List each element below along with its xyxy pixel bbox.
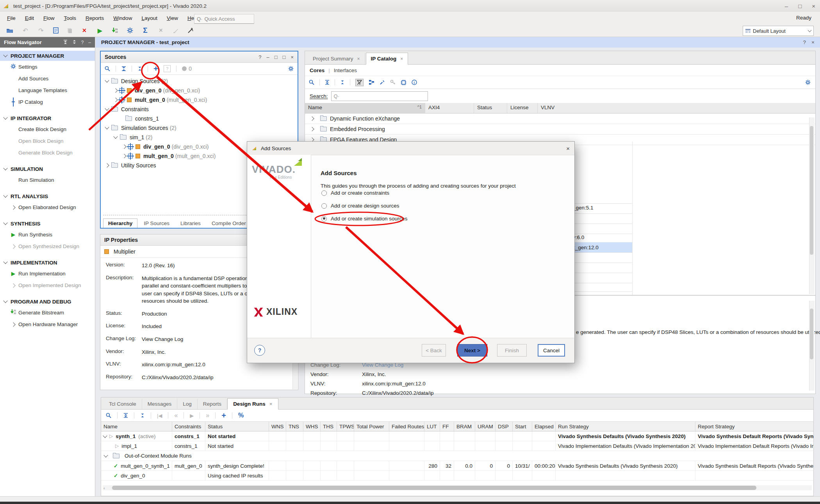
column-header[interactable]: URAM	[475, 422, 496, 431]
collapse-all-icon[interactable]	[123, 413, 128, 418]
catalog-row-embedded[interactable]: Embedded Processing	[305, 124, 815, 135]
sidebar-item-open-elaborated-design[interactable]: Open Elaborated Design	[0, 201, 95, 213]
column-header[interactable]: Run Strategy	[556, 422, 695, 431]
tab-design-runs[interactable]: Design Runs ×	[227, 398, 278, 410]
quick-access-search[interactable]: Q· Quick Access	[194, 14, 254, 24]
tree-item-div-gen-0[interactable]: div_gen_0 (div_gen_0.xci)	[101, 86, 298, 95]
column-header[interactable]: Total Power	[354, 422, 389, 431]
search-icon[interactable]	[309, 80, 314, 85]
tab-libraries[interactable]: Libraries	[176, 219, 205, 228]
column-header[interactable]: Start	[513, 422, 532, 431]
collapse-all-icon[interactable]	[63, 40, 68, 44]
close-icon[interactable]: ×	[357, 56, 360, 62]
percent-icon[interactable]: %	[238, 412, 244, 419]
tree-item-simulation-sources[interactable]: Simulation Sources (2)	[101, 123, 298, 133]
catalog-row-dfx[interactable]: Dynamic Function eXchange	[305, 114, 815, 124]
close-icon[interactable]: ×	[566, 145, 570, 152]
column-header[interactable]: Name	[101, 422, 172, 431]
close-icon[interactable]: ×	[811, 39, 815, 45]
back-button[interactable]: < Back	[422, 344, 446, 357]
table-row-synth-1[interactable]: ▷synth_1 (active) constrs_1 Not started …	[101, 431, 813, 441]
sidebar-item-project-manager[interactable]: PROJECT MANAGER	[0, 51, 95, 61]
column-header[interactable]: TPWS	[337, 422, 354, 431]
radio-icon[interactable]	[321, 203, 327, 209]
sidebar-item-add-sources[interactable]: Add Sources	[0, 73, 95, 84]
table-row-ooc-group[interactable]: Out-of-Context Module Runs	[101, 451, 813, 461]
filter-toggle[interactable]	[355, 79, 364, 86]
scrollbar-thumb[interactable]	[112, 486, 756, 490]
search-input[interactable]: Q·	[331, 91, 428, 101]
column-header[interactable]: Status	[205, 422, 269, 431]
tree-item-sim-1[interactable]: sim_1 (2)	[101, 133, 298, 142]
dialog-help-button[interactable]: ?	[254, 345, 265, 356]
scroll-left-icon[interactable]: ‹	[103, 486, 105, 490]
undo-icon[interactable]: ↶	[22, 27, 29, 34]
tab-log[interactable]: Log	[177, 399, 198, 409]
sidebar-item-open-implemented-design[interactable]: Open Implemented Design	[0, 279, 95, 291]
column-name[interactable]: Name^1	[305, 103, 425, 113]
sidebar-item-simulation[interactable]: SIMULATION	[0, 164, 95, 174]
scrollbar-horizontal[interactable]: ‹	[103, 485, 812, 490]
scrollbar-thumb[interactable]	[810, 309, 813, 359]
column-axi4[interactable]: AXI4	[425, 103, 474, 113]
sidebar-item-implementation[interactable]: IMPLEMENTATION	[0, 257, 95, 268]
scrollbar-vertical[interactable]	[809, 117, 815, 294]
radio-icon[interactable]	[321, 190, 327, 196]
open-folder-icon[interactable]	[6, 28, 13, 33]
maximize-icon[interactable]: □	[275, 54, 278, 60]
chip-icon[interactable]	[401, 80, 406, 85]
sidebar-item-run-implementation[interactable]: ▶ Run Implementation	[0, 268, 95, 279]
group-hierarchy-icon[interactable]	[369, 80, 374, 85]
sidebar-item-ip-catalog[interactable]: IP Catalog	[0, 96, 95, 108]
add-run-button[interactable]: +	[221, 411, 226, 420]
close-icon[interactable]: ×	[269, 401, 273, 407]
window-maximize-button[interactable]: □	[798, 3, 802, 9]
window-minimize-button[interactable]: –	[785, 3, 788, 9]
cancel-button[interactable]: Cancel	[538, 344, 565, 357]
expand-all-icon[interactable]	[72, 40, 77, 44]
minimize-icon[interactable]: –	[266, 54, 269, 60]
layout-selector[interactable]: Default Layout	[743, 26, 814, 36]
info-icon[interactable]: i	[412, 80, 417, 85]
scrollbar-vertical[interactable]	[809, 301, 815, 390]
radio-selected-icon[interactable]	[321, 216, 327, 222]
tree-item-constrs-1[interactable]: constrs_1	[101, 114, 298, 123]
minimize-panel-icon[interactable]: –	[88, 40, 91, 45]
column-header[interactable]: WNS	[269, 422, 286, 431]
help-icon[interactable]: ?	[803, 39, 806, 45]
sidebar-item-run-simulation[interactable]: Run Simulation	[0, 174, 95, 186]
subtab-cores[interactable]: Cores	[310, 67, 324, 73]
sidebar-item-open-block-design[interactable]: Open Block Design	[0, 135, 95, 147]
menu-window[interactable]: Window	[109, 14, 137, 23]
help-icon[interactable]: ?	[258, 54, 261, 60]
menu-layout[interactable]: Layout	[137, 14, 162, 23]
probe-wand-icon[interactable]	[187, 28, 194, 34]
column-header[interactable]: Report Strategy	[695, 422, 813, 431]
column-header[interactable]: Constraints	[172, 422, 205, 431]
wrench-icon[interactable]	[380, 80, 385, 85]
tab-reports[interactable]: Reports	[198, 399, 227, 409]
search-icon[interactable]	[106, 413, 111, 418]
option-add-constraints[interactable]: Add or create constraints	[321, 190, 389, 196]
sources-panel-header[interactable]: Sources ? – □ □ ×	[101, 51, 298, 63]
run-icon[interactable]: ▶	[96, 27, 103, 34]
expand-all-icon[interactable]	[140, 413, 145, 418]
sidebar-item-synthesis[interactable]: SYNTHESIS	[0, 218, 95, 229]
save-icon[interactable]	[53, 27, 59, 34]
tree-item-design-sources[interactable]: Design Sources (2)	[101, 76, 298, 86]
menu-flow[interactable]: Flow	[39, 14, 59, 23]
tab-ip-catalog[interactable]: IP Catalog ×	[366, 53, 408, 65]
column-header[interactable]: FF	[440, 422, 454, 431]
column-license[interactable]: License	[507, 103, 538, 113]
expand-all-icon[interactable]	[137, 66, 142, 71]
sidebar-item-rtl-analysis[interactable]: RTL ANALYSIS	[0, 191, 95, 201]
column-header[interactable]: Elapsed	[532, 422, 556, 431]
sigma-report-icon[interactable]: Σ	[142, 26, 149, 35]
sidebar-item-create-block-design[interactable]: Create Block Design	[0, 123, 95, 135]
collapse-all-icon[interactable]	[121, 66, 126, 71]
sidebar-item-open-synthesized-design[interactable]: Open Synthesized Design	[0, 240, 95, 252]
sidebar-item-ip-integrator[interactable]: IP INTEGRATOR	[0, 113, 95, 123]
help-icon[interactable]: ?	[81, 40, 84, 45]
table-row-mult-gen-0-synth-1[interactable]: ✓mult_gen_0_synth_1 mult_gen_0 synth_des…	[101, 461, 813, 471]
copy-icon[interactable]	[67, 28, 72, 34]
